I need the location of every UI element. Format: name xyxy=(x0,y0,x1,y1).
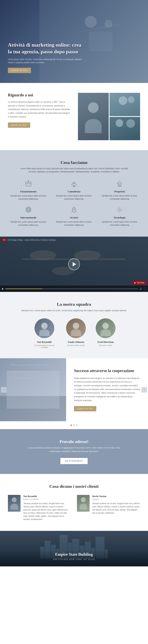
building-section: Empire State Building 340 5th Ave New Yo… xyxy=(0,531,148,566)
prev-arrow[interactable]: ‹ xyxy=(1,387,6,392)
testimonials-title: Cosa dicono i nostri clienti xyxy=(8,484,140,489)
svg-rect-5 xyxy=(119,185,120,186)
international-icon xyxy=(24,206,33,214)
service-item-international: Internazionale Sample text. Lorem ipsum … xyxy=(8,206,49,227)
svg-point-12 xyxy=(118,209,120,211)
video-progress-bar[interactable] xyxy=(5,288,138,289)
member-avatar-2 xyxy=(96,318,116,338)
team-title: La nostra squadra xyxy=(8,302,140,307)
play-control-icon[interactable]: ▶ xyxy=(2,287,4,290)
hero-content: Attività di marketing online: crea la tu… xyxy=(8,42,83,73)
about-title: Riguardo a noi xyxy=(8,93,70,97)
service-item-startup: Avviare Sample text. Lorem ipsum dolor s… xyxy=(54,206,94,227)
service-text-0: Sample text. Lorem ipsum dolor sit amet,… xyxy=(8,194,49,201)
testimonials-section: Cosa dicono i nostri clienti Nat Reynold… xyxy=(0,474,148,531)
play-button[interactable] xyxy=(68,258,80,270)
team-member-1: Linda Johnson Direttrice delle vendite xyxy=(66,318,86,348)
youtube-play-icon: ▶ xyxy=(134,282,136,284)
finance-icon xyxy=(24,179,33,188)
subscribe-button[interactable]: SOTTOSCRIVI xyxy=(60,458,88,464)
video-label-badge: HD HD footage collage - using mobile pho… xyxy=(2,238,56,241)
coop-image xyxy=(0,358,66,422)
service-item-tech: Tecnologia Sample text. Lorem ipsum dolo… xyxy=(99,206,140,227)
service-name-2: Proprietà xyxy=(99,190,140,193)
next-arrow[interactable]: › xyxy=(142,387,147,392)
member-role-0: Commercialista e revisore contabile xyxy=(32,344,56,348)
testimonials-grid: Nat Reynolds finance consiable "Aenean p… xyxy=(8,495,140,521)
member-avatar-1 xyxy=(66,318,86,338)
service-name-5: Tecnologia xyxy=(99,216,140,219)
service-text-5: Sample text. Lorem ipsum dolor sit amet,… xyxy=(99,220,140,227)
building-address: 340 5th Ave New York, NY 10118 xyxy=(53,558,95,560)
team-grid: Nat Reynolds Commercialista e revisore c… xyxy=(8,318,140,348)
services-section: Cosa facciamo Lorem offset opus visual c… xyxy=(0,150,148,236)
fullscreen-icon[interactable]: ⛶ xyxy=(144,288,146,290)
service-text-3: Sample text. Lorem ipsum dolor sit amet,… xyxy=(8,220,49,227)
coop-text: Sulla piattaforma tecnologica, le aziend… xyxy=(74,376,140,402)
svg-point-11 xyxy=(74,209,74,210)
hero-subtitle: Lorem ipsum dolor sit amet, consectetur … xyxy=(8,58,83,64)
services-grid: Finanziamento Sample text. Lorem ipsum d… xyxy=(8,179,140,227)
coop-cta-button[interactable]: LEGGI DI PIÙ xyxy=(74,406,96,411)
team-member-0: Nat Reynolds Commercialista e revisore c… xyxy=(32,318,56,348)
cooperation-section: ‹ Successo attraverso la cooperazione Su… xyxy=(0,358,148,422)
testimonial-item-1: Bertie Norton eganlur Aenean pulvinar du… xyxy=(77,495,140,521)
about-images xyxy=(78,93,140,140)
video-controls-bar: ▶ 🔊 ⛶ xyxy=(0,286,148,292)
hero-cta-button[interactable]: LEGGI DI PIÙ xyxy=(8,68,31,73)
testimonial-content-0: Nat Reynolds finance consiable "Aenean p… xyxy=(23,495,71,521)
startup-icon xyxy=(70,206,78,214)
about-section: Riguardo a noi La Vienna Business Agency… xyxy=(0,83,148,150)
testimonial-avatar-1 xyxy=(77,495,90,512)
testimonial-text-1: Aenean pulvinar dui ornare, feugiat lore… xyxy=(92,502,140,515)
service-name-3: Internazionale xyxy=(8,216,49,219)
property-icon xyxy=(115,179,124,188)
service-name-4: Avviare xyxy=(54,216,94,219)
testimonial-name-0: Nat Reynolds xyxy=(23,495,71,498)
svg-rect-0 xyxy=(26,182,31,186)
about-left: Riguardo a noi La Vienna Business Agency… xyxy=(8,93,72,140)
subscribe-section: Provalo adesso! La tua azienda è pronta … xyxy=(0,429,148,474)
subscribe-text: La tua azienda è pronta di iniziare e ra… xyxy=(25,446,123,453)
coop-title: Successo attraverso la cooperazione xyxy=(74,368,140,373)
video-section: HD HD footage collage - using mobile pho… xyxy=(0,236,148,292)
about-cta-button[interactable]: LEGGI DI PIÙ xyxy=(8,122,30,128)
team-member-2: Fred Morrison Business Coach xyxy=(96,318,116,348)
coop-content: Successo attraverso la cooperazione Sull… xyxy=(66,358,148,422)
youtube-badge: ▶ YouTube xyxy=(133,281,146,284)
youtube-label: YouTube xyxy=(137,282,144,284)
testimonial-text-0: "Aenean pulvinar dui ornare, feugiat lor… xyxy=(23,502,71,521)
team-section: La nostra squadra Sample text. Lorem ips… xyxy=(0,292,148,358)
service-text-4: Sample text. Lorem ipsum dolor sit amet,… xyxy=(54,220,94,227)
service-item-finance: Finanziamento Sample text. Lorem ipsum d… xyxy=(8,179,49,201)
consulting-icon xyxy=(70,179,78,188)
subscribe-title: Provalo adesso! xyxy=(8,439,140,444)
about-text: La Vienna Business Agency offre un 'serv… xyxy=(8,100,70,118)
service-text-1: Sample text. Lorem ipsum dolor sit amet,… xyxy=(54,194,94,201)
testimonial-role-1: eganlur xyxy=(92,498,140,500)
service-name-0: Finanziamento xyxy=(8,190,49,193)
services-title: Cosa facciamo xyxy=(8,160,140,165)
hero-section: Attività di marketing online: crea la tu… xyxy=(0,0,148,83)
member-name-1: Linda Johnson xyxy=(68,340,84,344)
member-role-1: Direttrice delle vendite xyxy=(67,344,85,346)
building-title: Empire State Building xyxy=(55,552,93,557)
volume-icon[interactable]: 🔊 xyxy=(140,288,142,290)
service-item-property: Proprietà Sample text. Lorem ipsum dolor… xyxy=(99,179,140,201)
service-name-1: Consulenza xyxy=(54,190,94,193)
svg-rect-4 xyxy=(118,184,121,186)
about-image-3 xyxy=(110,117,140,140)
about-image-1 xyxy=(78,93,109,140)
testimonial-item-0: Nat Reynolds finance consiable "Aenean p… xyxy=(8,495,71,521)
service-text-2: Sample text. Lorem ipsum dolor sit amet,… xyxy=(99,194,140,201)
testimonial-role-0: finance consiable xyxy=(23,498,71,500)
svg-rect-3 xyxy=(73,186,75,187)
video-label-text: HD footage collage - using mobile phone,… xyxy=(8,239,56,241)
hero-title: Attività di marketing online: crea la tu… xyxy=(8,42,83,55)
services-subtitle: Lorem offset opus visual con visito d'ac… xyxy=(19,167,129,174)
team-subtitle: Sample text. Lorem ipsum dolor sit amet,… xyxy=(8,309,140,312)
member-name-0: Nat Reynolds xyxy=(37,340,52,344)
play-triangle xyxy=(72,262,76,266)
tech-icon xyxy=(115,206,124,214)
section-divider xyxy=(0,421,148,429)
